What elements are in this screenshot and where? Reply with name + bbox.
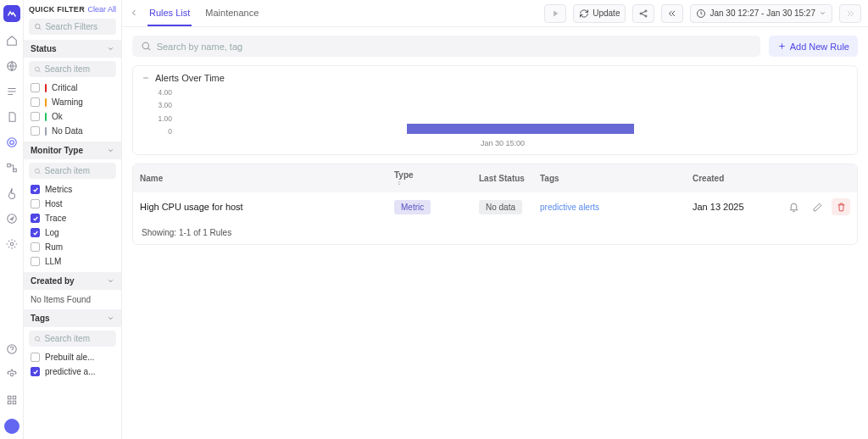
time-next-button[interactable] [839, 4, 861, 23]
alerts-chart: 4.003.001.000 Jan 30 15:00 [157, 88, 849, 147]
filter-item[interactable]: Log [29, 225, 116, 240]
app-logo[interactable] [3, 5, 20, 22]
rules-search[interactable] [132, 36, 760, 57]
status-search[interactable] [29, 61, 116, 77]
tab-rules-list[interactable]: Rules List [147, 1, 192, 26]
svg-point-1 [7, 138, 16, 147]
created-by-empty: No Items Found [24, 290, 121, 309]
compass-icon[interactable] [5, 212, 19, 225]
bell-icon[interactable] [784, 198, 803, 215]
filter-item[interactable]: Prebuilt ale... [29, 350, 116, 364]
table-row[interactable]: High CPU usage for host Metric No data p… [133, 192, 857, 221]
checkbox[interactable] [31, 112, 40, 121]
pipeline-icon[interactable] [5, 161, 19, 175]
svg-point-16 [35, 336, 39, 341]
plus-icon [777, 42, 787, 51]
status-color-bar [45, 98, 47, 107]
checkbox[interactable] [31, 185, 40, 194]
filter-item[interactable]: No Data [29, 124, 116, 138]
search-icon [34, 65, 42, 74]
delete-icon[interactable] [832, 198, 850, 215]
search-icon [141, 41, 152, 52]
chart-bar [407, 124, 635, 134]
filter-item[interactable]: Metrics [29, 182, 116, 197]
filter-item[interactable]: predictive a... [29, 364, 116, 379]
add-new-rule-button[interactable]: Add New Rule [769, 36, 858, 57]
rules-table: Name Type Last Status Tags Created High … [132, 164, 858, 245]
collapse-icon[interactable] [142, 74, 150, 82]
share-button[interactable] [632, 4, 654, 23]
clear-all-link[interactable]: Clear All [87, 5, 116, 14]
col-last-status[interactable]: Last Status [472, 168, 533, 189]
search-icon [34, 335, 42, 343]
filter-item[interactable]: LLM [29, 254, 116, 269]
filter-item[interactable]: Host [29, 197, 116, 211]
col-created[interactable]: Created [686, 168, 771, 189]
svg-rect-11 [8, 401, 11, 404]
avatar[interactable] [4, 419, 19, 434]
search-icon [34, 167, 42, 175]
flame-icon[interactable] [5, 186, 19, 200]
group-status[interactable]: Status [24, 40, 121, 58]
chevron-down-icon [107, 314, 114, 322]
file-icon[interactable] [5, 110, 19, 124]
checkbox[interactable] [31, 126, 40, 136]
status-badge: No data [479, 200, 522, 214]
checkbox[interactable] [31, 242, 40, 252]
filter-item[interactable]: Trace [29, 211, 116, 225]
gear-icon[interactable] [5, 237, 19, 251]
svg-point-13 [36, 24, 40, 28]
globe-icon[interactable] [5, 59, 19, 73]
cell-name: High CPU usage for host [133, 196, 387, 218]
tags-search[interactable] [29, 331, 116, 347]
svg-point-8 [10, 373, 14, 376]
tab-maintenance[interactable]: Maintenance [203, 1, 260, 26]
help-icon[interactable] [5, 342, 19, 356]
filter-search-input[interactable] [45, 22, 111, 31]
group-created-by[interactable]: Created by [24, 272, 121, 290]
checkbox[interactable] [31, 199, 40, 208]
svg-point-2 [9, 141, 14, 145]
edit-icon[interactable] [808, 198, 826, 215]
checkbox[interactable] [31, 83, 40, 92]
play-button[interactable] [544, 4, 566, 23]
time-range-picker[interactable]: Jan 30 12:27 - Jan 30 15:27 [690, 4, 832, 23]
rules-search-input[interactable] [157, 42, 752, 52]
alerts-icon[interactable] [5, 136, 19, 149]
list-icon[interactable] [5, 85, 19, 98]
status-color-bar [45, 84, 47, 92]
checkbox[interactable] [31, 228, 40, 237]
filter-item[interactable]: Warning [29, 95, 116, 109]
chevron-down-icon [107, 147, 114, 154]
time-prev-button[interactable] [661, 4, 683, 23]
filter-item[interactable]: Critical [29, 81, 116, 95]
monitor-search[interactable] [29, 163, 116, 179]
chart-title: Alerts Over Time [155, 73, 225, 83]
collapse-panel-icon[interactable] [129, 8, 141, 19]
search-icon [34, 22, 42, 31]
svg-point-14 [35, 67, 39, 71]
checkbox[interactable] [31, 214, 40, 223]
checkbox[interactable] [31, 353, 40, 362]
quick-filter-title: QUICK FILTER [29, 5, 85, 14]
home-icon[interactable] [5, 34, 19, 47]
filter-item[interactable]: Rum [29, 240, 116, 254]
tag-link[interactable]: predictive alerts [540, 203, 599, 212]
topbar: Rules List Maintenance Update Jan 30 12:… [122, 0, 868, 27]
col-name[interactable]: Name [133, 168, 387, 189]
settings2-icon[interactable] [5, 368, 19, 381]
update-button[interactable]: Update [573, 4, 626, 23]
showing-count: Showing: 1-1 of 1 Rules [133, 221, 857, 244]
group-tags[interactable]: Tags [24, 309, 121, 327]
apps-icon[interactable] [5, 393, 19, 407]
filter-search[interactable] [29, 19, 116, 35]
checkbox[interactable] [31, 257, 40, 266]
svg-point-6 [10, 242, 14, 246]
checkbox[interactable] [31, 97, 40, 107]
svg-rect-9 [8, 396, 11, 399]
checkbox[interactable] [31, 367, 40, 376]
group-monitor-type[interactable]: Monitor Type [24, 142, 121, 159]
col-type[interactable]: Type [387, 164, 472, 192]
col-tags[interactable]: Tags [533, 168, 686, 189]
filter-item[interactable]: Ok [29, 109, 116, 124]
